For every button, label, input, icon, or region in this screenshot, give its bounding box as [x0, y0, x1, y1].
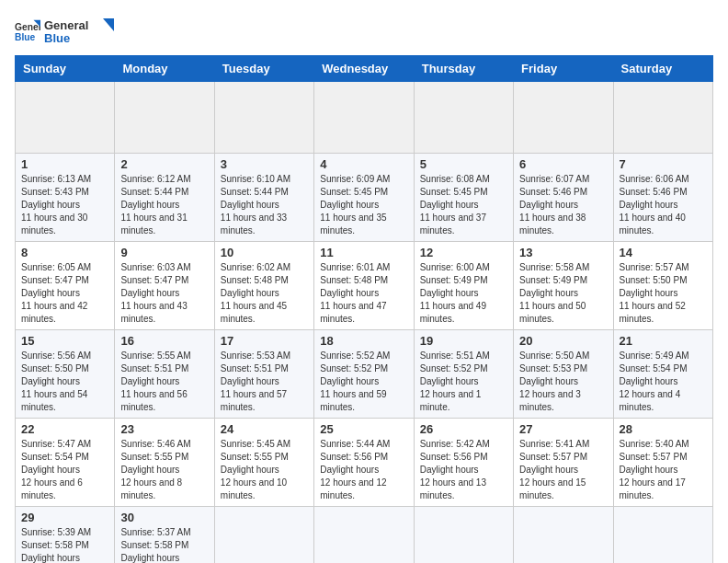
cell-content: Sunrise: 5:40 AM Sunset: 5:57 PM Dayligh… [620, 438, 707, 502]
cell-content: Sunrise: 5:50 AM Sunset: 5:53 PM Dayligh… [519, 350, 607, 414]
day-number: 9 [120, 246, 208, 259]
cell-content: Sunrise: 5:52 AM Sunset: 5:52 PM Dayligh… [320, 350, 407, 414]
calendar-cell: 5 Sunrise: 6:08 AM Sunset: 5:45 PM Dayli… [414, 154, 513, 242]
calendar-cell: 22 Sunrise: 5:47 AM Sunset: 5:54 PM Dayl… [16, 419, 115, 507]
day-number: 18 [320, 334, 407, 348]
week-row-2: 1 Sunrise: 6:13 AM Sunset: 5:43 PM Dayli… [16, 154, 713, 242]
calendar-cell: 29 Sunrise: 5:39 AM Sunset: 5:58 PM Dayl… [16, 507, 115, 564]
cell-content: Sunrise: 5:42 AM Sunset: 5:56 PM Dayligh… [420, 438, 507, 502]
cell-content: Sunrise: 5:44 AM Sunset: 5:56 PM Dayligh… [320, 438, 407, 502]
general-blue-logo: General Blue [44, 15, 118, 48]
cell-content: Sunrise: 6:06 AM Sunset: 5:46 PM Dayligh… [620, 173, 707, 237]
calendar-cell: 8 Sunrise: 6:05 AM Sunset: 5:47 PM Dayli… [16, 242, 115, 330]
calendar-cell [314, 82, 414, 154]
calendar-cell: 7 Sunrise: 6:06 AM Sunset: 5:46 PM Dayli… [613, 154, 712, 242]
svg-text:Blue: Blue [15, 32, 36, 42]
calendar-cell: 30 Sunrise: 5:37 AM Sunset: 5:58 PM Dayl… [115, 507, 214, 564]
day-header-sunday: Sunday [16, 56, 115, 82]
week-row-5: 22 Sunrise: 5:47 AM Sunset: 5:54 PM Dayl… [16, 419, 713, 507]
calendar-cell: 26 Sunrise: 5:42 AM Sunset: 5:56 PM Dayl… [414, 419, 513, 507]
day-number: 28 [620, 422, 707, 436]
week-row-6: 29 Sunrise: 5:39 AM Sunset: 5:58 PM Dayl… [16, 507, 713, 564]
cell-content: Sunrise: 5:41 AM Sunset: 5:57 PM Dayligh… [519, 438, 607, 502]
logo-icon: General Blue [15, 18, 40, 44]
cell-content: Sunrise: 6:09 AM Sunset: 5:45 PM Dayligh… [320, 173, 407, 237]
cell-content: Sunrise: 6:08 AM Sunset: 5:45 PM Dayligh… [420, 173, 507, 237]
day-number: 5 [420, 157, 507, 171]
day-number: 14 [620, 246, 707, 259]
logo: General Blue General Blue [15, 15, 118, 48]
day-number: 16 [120, 334, 208, 348]
cell-content: Sunrise: 6:07 AM Sunset: 5:46 PM Dayligh… [519, 173, 607, 237]
calendar-cell: 24 Sunrise: 5:45 AM Sunset: 5:55 PM Dayl… [214, 419, 313, 507]
day-number: 20 [519, 334, 607, 348]
cell-content: Sunrise: 5:45 AM Sunset: 5:55 PM Dayligh… [221, 438, 308, 502]
day-number: 6 [519, 157, 607, 171]
day-number: 22 [21, 422, 108, 436]
day-number: 21 [620, 334, 707, 348]
calendar-cell: 10 Sunrise: 6:02 AM Sunset: 5:48 PM Dayl… [214, 242, 313, 330]
calendar-cell [514, 82, 613, 154]
cell-content: Sunrise: 6:00 AM Sunset: 5:49 PM Dayligh… [420, 261, 507, 326]
svg-text:General: General [44, 18, 88, 32]
calendar-cell [613, 507, 712, 564]
cell-content: Sunrise: 6:12 AM Sunset: 5:44 PM Dayligh… [120, 173, 208, 237]
cell-content: Sunrise: 5:56 AM Sunset: 5:50 PM Dayligh… [21, 350, 108, 414]
calendar-cell [16, 82, 115, 154]
day-number: 11 [320, 246, 407, 259]
day-number: 10 [221, 246, 308, 259]
day-number: 12 [420, 246, 507, 259]
week-row-3: 8 Sunrise: 6:05 AM Sunset: 5:47 PM Dayli… [16, 242, 713, 330]
day-number: 8 [21, 246, 108, 259]
days-header-row: SundayMondayTuesdayWednesdayThursdayFrid… [16, 56, 713, 82]
cell-content: Sunrise: 5:37 AM Sunset: 5:58 PM Dayligh… [120, 526, 208, 563]
cell-content: Sunrise: 5:53 AM Sunset: 5:51 PM Dayligh… [221, 350, 308, 414]
day-number: 17 [221, 334, 308, 348]
cell-content: Sunrise: 6:02 AM Sunset: 5:48 PM Dayligh… [221, 261, 308, 326]
cell-content: Sunrise: 5:49 AM Sunset: 5:54 PM Dayligh… [620, 350, 707, 414]
calendar-cell [214, 507, 313, 564]
calendar-cell: 23 Sunrise: 5:46 AM Sunset: 5:55 PM Dayl… [115, 419, 214, 507]
calendar-cell: 3 Sunrise: 6:10 AM Sunset: 5:44 PM Dayli… [214, 154, 313, 242]
calendar-table: SundayMondayTuesdayWednesdayThursdayFrid… [15, 55, 713, 563]
calendar-cell [115, 82, 214, 154]
week-row-1 [16, 82, 713, 154]
day-header-saturday: Saturday [613, 56, 712, 82]
svg-text:Blue: Blue [44, 31, 70, 45]
day-number: 15 [21, 334, 108, 348]
calendar-cell: 18 Sunrise: 5:52 AM Sunset: 5:52 PM Dayl… [314, 330, 414, 419]
svg-text:General: General [15, 22, 40, 32]
cell-content: Sunrise: 5:51 AM Sunset: 5:52 PM Dayligh… [420, 350, 507, 414]
day-number: 3 [221, 157, 308, 171]
calendar-cell: 20 Sunrise: 5:50 AM Sunset: 5:53 PM Dayl… [514, 330, 613, 419]
day-number: 26 [420, 422, 507, 436]
calendar-cell: 6 Sunrise: 6:07 AM Sunset: 5:46 PM Dayli… [514, 154, 613, 242]
calendar-cell: 15 Sunrise: 5:56 AM Sunset: 5:50 PM Dayl… [16, 330, 115, 419]
calendar-cell: 1 Sunrise: 6:13 AM Sunset: 5:43 PM Dayli… [16, 154, 115, 242]
day-header-thursday: Thursday [414, 56, 513, 82]
day-header-wednesday: Wednesday [314, 56, 414, 82]
day-number: 19 [420, 334, 507, 348]
day-header-tuesday: Tuesday [214, 56, 313, 82]
calendar-cell [414, 82, 513, 154]
calendar-cell: 28 Sunrise: 5:40 AM Sunset: 5:57 PM Dayl… [613, 419, 712, 507]
day-number: 1 [21, 157, 108, 171]
day-number: 4 [320, 157, 407, 171]
cell-content: Sunrise: 5:57 AM Sunset: 5:50 PM Dayligh… [620, 261, 707, 326]
day-number: 27 [519, 422, 607, 436]
calendar-cell [314, 507, 414, 564]
cell-content: Sunrise: 6:01 AM Sunset: 5:48 PM Dayligh… [320, 261, 407, 326]
calendar-cell: 9 Sunrise: 6:03 AM Sunset: 5:47 PM Dayli… [115, 242, 214, 330]
cell-content: Sunrise: 5:55 AM Sunset: 5:51 PM Dayligh… [120, 350, 208, 414]
calendar-cell: 16 Sunrise: 5:55 AM Sunset: 5:51 PM Dayl… [115, 330, 214, 419]
calendar-cell: 21 Sunrise: 5:49 AM Sunset: 5:54 PM Dayl… [613, 330, 712, 419]
cell-content: Sunrise: 5:39 AM Sunset: 5:58 PM Dayligh… [21, 526, 108, 563]
calendar-cell: 13 Sunrise: 5:58 AM Sunset: 5:49 PM Dayl… [514, 242, 613, 330]
calendar-cell: 11 Sunrise: 6:01 AM Sunset: 5:48 PM Dayl… [314, 242, 414, 330]
cell-content: Sunrise: 6:05 AM Sunset: 5:47 PM Dayligh… [21, 261, 108, 326]
calendar-cell: 4 Sunrise: 6:09 AM Sunset: 5:45 PM Dayli… [314, 154, 414, 242]
calendar-cell [514, 507, 613, 564]
day-number: 23 [120, 422, 208, 436]
calendar-cell: 17 Sunrise: 5:53 AM Sunset: 5:51 PM Dayl… [214, 330, 313, 419]
calendar-cell: 14 Sunrise: 5:57 AM Sunset: 5:50 PM Dayl… [613, 242, 712, 330]
